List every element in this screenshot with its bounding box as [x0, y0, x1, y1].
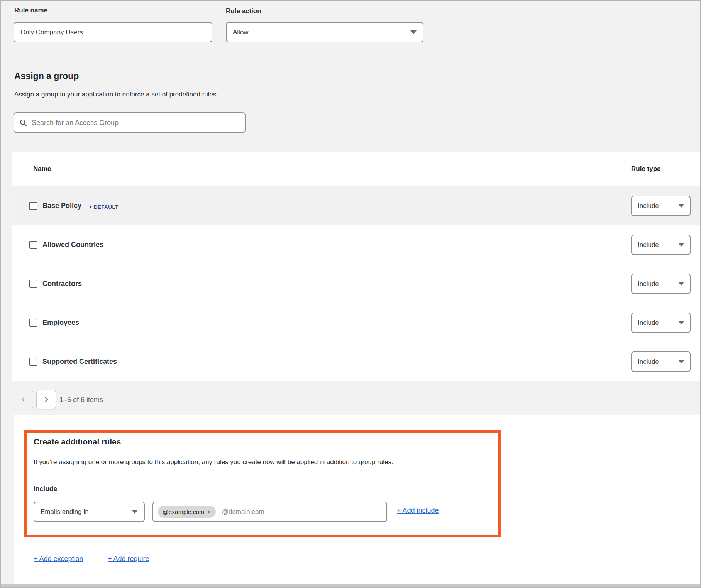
- previous-page-button[interactable]: [14, 390, 33, 409]
- email-domain-input-wrapper[interactable]: @example.com ×: [152, 502, 387, 522]
- rule-type-value: Include: [638, 202, 659, 210]
- group-name: Base Policy: [42, 202, 81, 210]
- email-domain-chip: @example.com ×: [158, 506, 216, 518]
- bottom-divider: [1, 584, 700, 587]
- table-row-allowed-countries: Allowed Countries Include: [12, 225, 700, 264]
- group-name: Employees: [42, 319, 79, 327]
- rule-type-select[interactable]: Include: [631, 313, 691, 333]
- additional-rules-title: Create additional rules: [34, 437, 121, 446]
- rule-criteria-select[interactable]: Emails ending in: [34, 502, 145, 522]
- assign-group-description: Assign a group to your application to en…: [14, 91, 218, 98]
- rule-name-label: Rule name: [14, 7, 47, 14]
- row-checkbox[interactable]: [29, 319, 37, 327]
- access-rule-configuration-page: Rule name Rule action Allow Assign a gro…: [0, 0, 701, 588]
- rule-type-select[interactable]: Include: [631, 196, 691, 216]
- row-checkbox[interactable]: [29, 358, 37, 366]
- add-include-link[interactable]: + Add include: [397, 507, 439, 515]
- group-name: Contractors: [42, 280, 82, 288]
- table-header-row: Name Rule type: [12, 152, 700, 186]
- chevron-down-icon: [679, 204, 684, 208]
- assign-group-title: Assign a group: [14, 71, 79, 81]
- pagination-status: 1–5 of 6 items: [59, 396, 103, 404]
- chevron-down-icon: [679, 321, 684, 324]
- table-row-contractors: Contractors Include: [12, 264, 700, 303]
- next-page-button[interactable]: [36, 390, 56, 409]
- rule-type-value: Include: [638, 280, 659, 288]
- chevron-down-icon: [679, 282, 684, 286]
- rule-type-value: Include: [638, 241, 659, 249]
- column-header-name: Name: [33, 165, 51, 173]
- row-checkbox[interactable]: [29, 202, 37, 210]
- chevron-down-icon: [679, 360, 684, 363]
- chip-label: @example.com: [163, 509, 204, 515]
- access-group-search[interactable]: [14, 112, 246, 133]
- badge-text: DEFAULT: [94, 204, 119, 210]
- table-row-employees: Employees Include: [12, 303, 700, 342]
- table-row-base-policy: Base Policy •DEFAULT Include: [12, 186, 700, 225]
- rule-name-input[interactable]: [14, 22, 212, 42]
- row-checkbox[interactable]: [29, 280, 37, 288]
- search-input[interactable]: [32, 119, 239, 127]
- badge-dot: •: [90, 203, 92, 210]
- rule-type-value: Include: [638, 319, 659, 327]
- row-checkbox[interactable]: [29, 241, 37, 249]
- rule-type-select[interactable]: Include: [631, 351, 691, 372]
- chevron-down-icon: [410, 30, 417, 34]
- column-header-rule-type: Rule type: [631, 165, 661, 173]
- rule-action-select[interactable]: Allow: [226, 22, 423, 42]
- rule-action-value: Allow: [233, 29, 249, 36]
- add-require-link[interactable]: + Add require: [108, 555, 149, 563]
- group-name: Allowed Countries: [42, 241, 103, 249]
- group-name: Supported Certificates: [42, 358, 117, 366]
- additional-rules-description: If you’re assigning one or more groups t…: [34, 458, 393, 466]
- rule-type-select[interactable]: Include: [631, 274, 691, 294]
- email-domain-input[interactable]: [222, 508, 382, 516]
- rule-action-label: Rule action: [226, 7, 261, 15]
- table-row-supported-certificates: Supported Certificates Include: [12, 342, 700, 381]
- additional-rules-card: Create additional rules If you’re assign…: [14, 415, 700, 588]
- chevron-right-icon: [43, 397, 49, 402]
- chevron-left-icon: [20, 397, 26, 402]
- chevron-down-icon: [132, 510, 138, 514]
- add-exception-link[interactable]: + Add exception: [34, 555, 83, 563]
- rule-criteria-value: Emails ending in: [41, 508, 89, 516]
- chip-remove-icon[interactable]: ×: [208, 509, 211, 515]
- chevron-down-icon: [679, 243, 684, 247]
- default-badge: •DEFAULT: [90, 203, 119, 210]
- include-section-label: Include: [34, 485, 57, 493]
- rule-type-select[interactable]: Include: [631, 235, 691, 255]
- rule-type-value: Include: [638, 358, 659, 366]
- access-groups-table: Name Rule type Base Policy •DEFAULT Incl…: [12, 152, 700, 381]
- search-icon: [20, 119, 27, 127]
